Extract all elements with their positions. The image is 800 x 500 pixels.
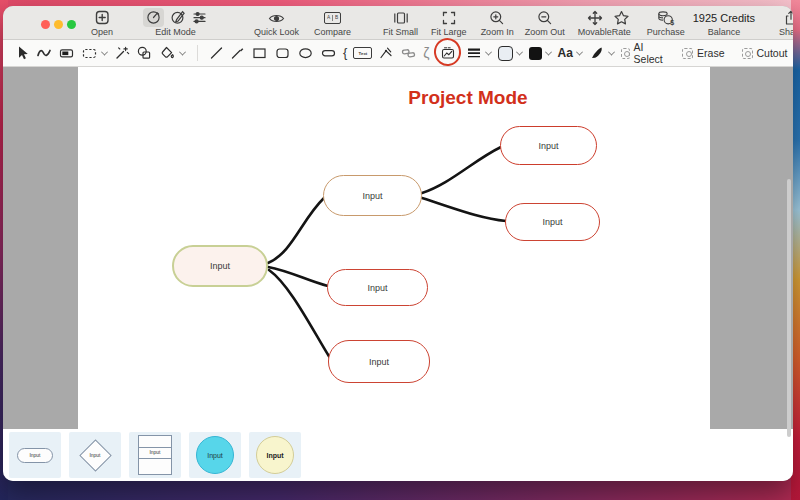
credits-amount: 1925 Credits xyxy=(693,10,755,27)
rectangle-icon xyxy=(251,45,268,61)
marquee-options-chevron-icon[interactable] xyxy=(101,48,108,55)
mindmap-tool-icon xyxy=(440,45,456,61)
fill-color-button[interactable] xyxy=(529,47,542,60)
magic-wand-icon xyxy=(114,45,130,61)
font-style-button[interactable]: Aa xyxy=(558,46,573,60)
fill-color-chevron-icon[interactable] xyxy=(544,48,551,55)
freehand-curve-tool-button[interactable] xyxy=(36,45,52,61)
line-tool-button[interactable] xyxy=(209,45,224,61)
path-node-tool-button[interactable] xyxy=(378,45,394,61)
zoom-in-button[interactable]: Zoom In xyxy=(481,8,514,37)
annotate-mode-icon xyxy=(169,9,186,26)
editor-area: Project Mode Input Input Input Input xyxy=(3,67,793,429)
text-tool-icon: Text xyxy=(353,47,372,59)
text-tool-button[interactable]: Text xyxy=(353,47,372,59)
stroke-color-chevron-icon[interactable] xyxy=(515,48,522,55)
minimize-window-button[interactable] xyxy=(54,20,63,29)
fill-bucket-tool-button[interactable] xyxy=(159,45,176,61)
mindmap-node-leaf-right[interactable]: Input xyxy=(505,203,600,241)
crop-tool-button[interactable] xyxy=(58,45,75,61)
pill-icon xyxy=(320,45,337,61)
pencil-line-tool-button[interactable] xyxy=(230,45,245,61)
palette-item-cyan-circle[interactable]: Input xyxy=(189,432,241,478)
share-button[interactable]: Share xyxy=(779,8,793,37)
palette-item-yellow-circle[interactable]: Input xyxy=(249,432,301,478)
marker-pen-button[interactable] xyxy=(589,45,605,61)
mindmap-node-leaf-middle[interactable]: Input xyxy=(327,269,428,306)
image-canvas[interactable]: Project Mode Input Input Input Input xyxy=(78,67,710,429)
node-label: Input xyxy=(362,191,382,201)
line-width-chevron-icon[interactable] xyxy=(484,48,491,55)
brace-tool-button[interactable]: { xyxy=(343,46,347,60)
ai-select-icon xyxy=(621,48,630,59)
chain-link-icon xyxy=(400,45,417,61)
fit-large-button[interactable]: Fit Large xyxy=(431,8,467,37)
pill-shape: Input xyxy=(17,448,53,463)
shape-palette: Input Input Input Input Input xyxy=(3,429,793,481)
close-window-button[interactable] xyxy=(41,20,50,29)
shape-overlap-icon xyxy=(136,45,153,61)
zoom-in-icon xyxy=(488,8,506,27)
adjust-mode-button[interactable] xyxy=(191,9,208,26)
node-label: Input xyxy=(367,283,387,293)
marker-pen-icon xyxy=(589,45,605,61)
palette-item-rounded-rectangle[interactable]: Input xyxy=(9,432,61,478)
mindmap-node-branch[interactable]: Input xyxy=(323,175,422,216)
marquee-dashed-rect-icon xyxy=(81,45,98,61)
annotate-mode-button[interactable] xyxy=(169,9,186,26)
palette-item-diamond[interactable]: Input xyxy=(69,432,121,478)
ellipse-tool-button[interactable] xyxy=(297,45,314,61)
mindmap-node-root[interactable]: Input xyxy=(172,245,268,287)
stroke-color-swatch xyxy=(498,46,513,61)
magic-wand-tool-button[interactable] xyxy=(114,45,130,61)
pill-tool-button[interactable] xyxy=(320,45,337,61)
font-style-chevron-icon[interactable] xyxy=(576,48,583,55)
marquee-selection-tool-button[interactable] xyxy=(81,45,98,61)
quick-look-button[interactable]: Quick Look xyxy=(254,8,299,37)
link-tool-button[interactable] xyxy=(400,45,417,61)
fit-small-button[interactable]: Fit Small xyxy=(383,8,418,37)
cutout-button[interactable]: Cutout xyxy=(742,41,788,65)
main-toolbar: Open Edit Mode Quick Look xyxy=(3,6,793,40)
yellow-circle-shape: Input xyxy=(256,436,294,474)
node-label: Input xyxy=(538,141,558,151)
palette-item-table[interactable]: Input xyxy=(129,432,181,478)
movable-button[interactable]: Movable xyxy=(578,8,612,37)
table-shape: Input xyxy=(138,435,172,475)
rounded-rectangle-tool-button[interactable] xyxy=(274,45,291,61)
ellipse-icon xyxy=(297,45,314,61)
fit-small-icon xyxy=(392,8,410,27)
credits-balance: 1925 Credits Balance xyxy=(693,10,755,37)
zoom-out-button[interactable]: Zoom Out xyxy=(525,8,565,37)
fill-options-chevron-icon[interactable] xyxy=(179,48,186,55)
toolbar-divider xyxy=(197,45,198,61)
compare-button[interactable]: AB Compare xyxy=(314,8,351,37)
mindmap-node-leaf-bottom[interactable]: Input xyxy=(328,340,430,383)
pencil-line-icon xyxy=(230,45,245,61)
vertical-scrollbar-thumb[interactable] xyxy=(787,179,791,437)
crop-mask-icon xyxy=(58,45,75,61)
zoom-window-button[interactable] xyxy=(67,20,76,29)
rectangle-tool-button[interactable] xyxy=(251,45,268,61)
node-label: Input xyxy=(369,357,389,367)
erase-button[interactable]: Erase xyxy=(682,41,724,65)
shape-select-tool-button[interactable] xyxy=(136,45,153,61)
purchase-button[interactable]: $ Purchase xyxy=(647,8,685,37)
draw-mode-button[interactable] xyxy=(143,8,164,27)
tools-toolbar: { Text ζ Aa xyxy=(3,40,793,67)
rate-button[interactable]: Rate xyxy=(612,8,631,37)
marker-pen-chevron-icon[interactable] xyxy=(608,48,615,55)
zoom-out-icon xyxy=(536,8,554,27)
lasso-tool-button[interactable]: ζ xyxy=(423,46,429,60)
coins-icon: $ xyxy=(656,8,675,27)
node-label: Input xyxy=(210,261,230,271)
open-button[interactable]: Open xyxy=(91,8,113,37)
open-icon xyxy=(93,8,111,27)
stroke-color-button[interactable] xyxy=(498,46,513,61)
cursor-icon xyxy=(15,45,30,61)
select-tool-button[interactable] xyxy=(15,45,30,61)
mindmap-node-leaf-top-right[interactable]: Input xyxy=(500,126,597,165)
ai-select-button[interactable]: AI Select xyxy=(621,41,665,65)
mindmap-tool-button[interactable] xyxy=(440,45,456,61)
line-width-button[interactable] xyxy=(466,45,482,61)
